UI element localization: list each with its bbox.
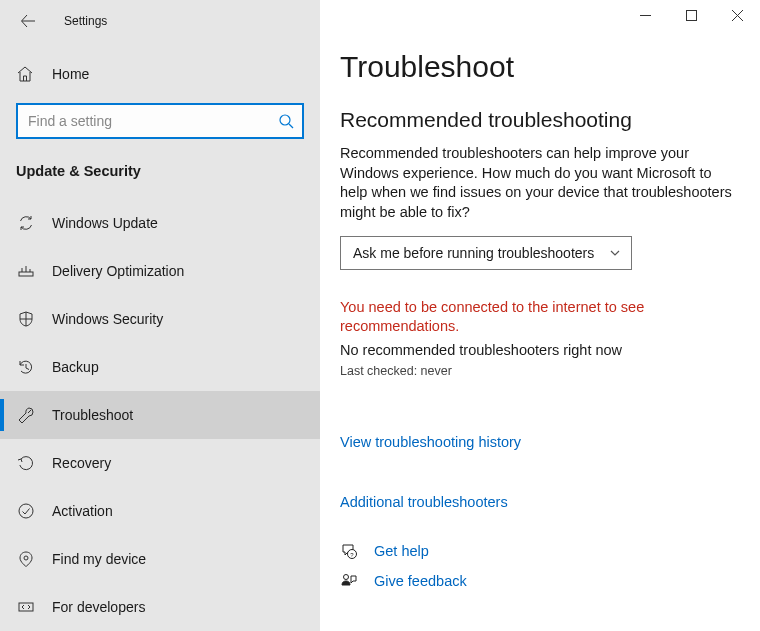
- svg-rect-2: [19, 272, 33, 276]
- nav-troubleshoot[interactable]: Troubleshoot: [0, 391, 320, 439]
- section-description: Recommended troubleshooters can help imp…: [340, 144, 736, 222]
- nav-label: Recovery: [52, 455, 111, 471]
- backup-icon: [16, 358, 36, 376]
- svg-point-0: [280, 115, 290, 125]
- svg-point-4: [24, 556, 28, 560]
- status-no-troubleshooters: No recommended troubleshooters right now: [340, 342, 736, 358]
- give-feedback-label: Give feedback: [374, 573, 467, 589]
- minimize-icon: [640, 10, 651, 21]
- history-link[interactable]: View troubleshooting history: [340, 434, 736, 450]
- search-icon: [278, 113, 294, 129]
- category-header: Update & Security: [0, 145, 320, 189]
- maximize-icon: [686, 10, 697, 21]
- give-feedback-link[interactable]: Give feedback: [340, 572, 736, 590]
- nav-activation[interactable]: Activation: [0, 487, 320, 535]
- nav-windows-update[interactable]: Windows Update: [0, 199, 320, 247]
- nav-label: For developers: [52, 599, 145, 615]
- back-button[interactable]: [16, 9, 40, 33]
- home-label: Home: [52, 66, 89, 82]
- arrow-left-icon: [20, 13, 36, 29]
- nav-label: Windows Update: [52, 215, 158, 231]
- close-button[interactable]: [714, 0, 760, 30]
- section-heading: Recommended troubleshooting: [340, 108, 736, 132]
- get-help-label: Get help: [374, 543, 429, 559]
- nav-backup[interactable]: Backup: [0, 343, 320, 391]
- nav-list: Windows Update Delivery Optimization Win…: [0, 199, 320, 631]
- nav-for-developers[interactable]: For developers: [0, 583, 320, 631]
- search-input[interactable]: [26, 105, 278, 137]
- minimize-button[interactable]: [622, 0, 668, 30]
- nav-label: Troubleshoot: [52, 407, 133, 423]
- nav-label: Activation: [52, 503, 113, 519]
- maximize-button[interactable]: [668, 0, 714, 30]
- last-checked: Last checked: never: [340, 364, 736, 378]
- svg-rect-7: [686, 10, 696, 20]
- nav-windows-security[interactable]: Windows Security: [0, 295, 320, 343]
- nav-find-my-device[interactable]: Find my device: [0, 535, 320, 583]
- svg-point-12: [344, 574, 349, 579]
- wrench-icon: [16, 406, 36, 424]
- nav-label: Backup: [52, 359, 99, 375]
- chat-help-icon: ?: [340, 542, 360, 560]
- search-box[interactable]: [16, 103, 304, 139]
- content-area: Troubleshoot Recommended troubleshooting…: [320, 0, 760, 631]
- get-help-link[interactable]: ? Get help: [340, 542, 736, 560]
- developers-icon: [16, 598, 36, 616]
- close-icon: [732, 10, 743, 21]
- sidebar: Settings Home Update & Security Windo: [0, 0, 320, 631]
- delivery-icon: [16, 262, 36, 280]
- nav-label: Windows Security: [52, 311, 163, 327]
- check-circle-icon: [16, 502, 36, 520]
- additional-troubleshooters-link[interactable]: Additional troubleshooters: [340, 494, 736, 510]
- nav-recovery[interactable]: Recovery: [0, 439, 320, 487]
- home-nav[interactable]: Home: [0, 54, 320, 93]
- chevron-down-icon: [609, 247, 621, 259]
- nav-label: Find my device: [52, 551, 146, 567]
- window-title: Settings: [64, 14, 107, 28]
- svg-line-1: [289, 124, 293, 128]
- location-icon: [16, 550, 36, 568]
- troubleshoot-mode-dropdown[interactable]: Ask me before running troubleshooters: [340, 236, 632, 270]
- nav-delivery-optimization[interactable]: Delivery Optimization: [0, 247, 320, 295]
- nav-label: Delivery Optimization: [52, 263, 184, 279]
- svg-rect-5: [19, 603, 33, 611]
- feedback-icon: [340, 572, 360, 590]
- recovery-icon: [16, 454, 36, 472]
- page-title: Troubleshoot: [340, 50, 736, 84]
- shield-icon: [16, 310, 36, 328]
- svg-point-3: [19, 504, 33, 518]
- sync-icon: [16, 214, 36, 232]
- offline-warning: You need to be connected to the internet…: [340, 298, 700, 336]
- home-icon: [16, 65, 36, 83]
- dropdown-value: Ask me before running troubleshooters: [353, 245, 594, 261]
